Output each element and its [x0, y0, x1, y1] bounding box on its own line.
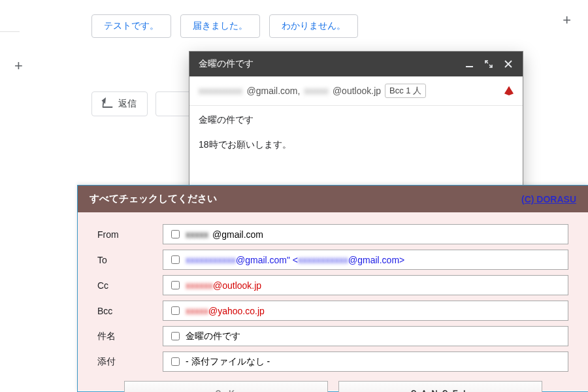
send-check-panel: すべてチェックしてください (C) DORASU From xxxxx@gmai…	[77, 185, 588, 392]
attach-value: - 添付ファイルなし -	[186, 356, 270, 368]
cancel-button[interactable]: ＣＡＮＣＥＬ	[338, 381, 542, 392]
bcc-rest: @yahoo.co.jp	[208, 306, 265, 316]
check-bcc[interactable]	[171, 306, 180, 315]
bcc-count-badge[interactable]: Bcc 1 人	[385, 84, 426, 98]
fullscreen-icon[interactable]	[483, 59, 494, 69]
compose-window: 金曜の件です xxxxxxxxx @gmail.com, xxxxx @outl…	[189, 51, 523, 199]
cc-redacted: xxxxxx	[186, 280, 213, 291]
field-cc[interactable]: xxxxxx@outlook.jp	[163, 275, 568, 295]
minimize-icon[interactable]	[464, 59, 474, 69]
add-label-icon[interactable]: +	[14, 57, 23, 74]
more-actions-button[interactable]	[155, 91, 192, 116]
label-cc: Cc	[97, 280, 163, 291]
to-redacted: xxxxxxxxxxx	[186, 255, 236, 265]
recipient-redacted: xxxxxxxxx	[199, 86, 243, 96]
confidential-off-icon[interactable]	[504, 86, 514, 95]
check-attach[interactable]	[171, 357, 180, 366]
credit-link[interactable]: (C) DORASU	[521, 194, 576, 204]
bcc-redacted: xxxxx	[186, 306, 208, 316]
left-rail: +	[0, 0, 38, 392]
recipient-redacted: xxxxx	[304, 86, 329, 96]
subject-value: 金曜の件です	[186, 331, 240, 342]
smart-reply-chip[interactable]: 届きました。	[180, 14, 260, 38]
compose-recipients[interactable]: xxxxxxxxx @gmail.com, xxxxx @outlook.jp …	[189, 76, 523, 106]
field-from[interactable]: xxxxx@gmail.com	[163, 224, 568, 244]
check-cc[interactable]	[171, 281, 180, 289]
ok-button[interactable]: Ｏ Ｋ	[124, 381, 328, 392]
divider	[0, 31, 20, 32]
field-to[interactable]: xxxxxxxxxxx@gmail.com" <xxxxxxxxxxx@gmai…	[163, 250, 568, 270]
reply-button[interactable]: 返信	[91, 91, 148, 116]
label-from: From	[97, 229, 163, 240]
reply-arrow-icon	[102, 100, 113, 108]
field-subject[interactable]: 金曜の件です	[163, 326, 568, 346]
label-bcc: Bcc	[97, 306, 163, 316]
field-bcc[interactable]: xxxxx@yahoo.co.jp	[163, 301, 568, 321]
side-panel-add-icon[interactable]: +	[563, 12, 571, 29]
reply-label: 返信	[118, 98, 137, 110]
close-icon[interactable]	[503, 59, 514, 69]
from-value: @gmail.com	[212, 229, 263, 240]
to-redacted2: xxxxxxxxxxx	[298, 255, 348, 265]
compose-subject[interactable]: 金曜の件です	[189, 106, 523, 129]
label-to: To	[97, 255, 163, 265]
send-check-title: すべてチェックしてください	[90, 193, 217, 205]
recipient-domain: @gmail.com,	[247, 86, 301, 96]
recipient-domain: @outlook.jp	[333, 86, 381, 96]
to-mid: @gmail.com" <	[236, 255, 298, 265]
check-from[interactable]	[171, 230, 180, 238]
send-check-header: すべてチェックしてください (C) DORASU	[78, 186, 588, 212]
check-to[interactable]	[171, 255, 180, 264]
label-subject: 件名	[97, 331, 163, 342]
cc-rest: @outlook.jp	[213, 280, 261, 291]
smart-reply-chip[interactable]: わかりません。	[269, 14, 358, 38]
field-attach[interactable]: - 添付ファイルなし -	[163, 351, 568, 372]
check-subject[interactable]	[171, 332, 180, 340]
message-actions: 返信	[91, 91, 192, 116]
smart-reply-chip[interactable]: テストです。	[91, 14, 171, 38]
compose-titlebar[interactable]: 金曜の件です	[189, 52, 523, 76]
to-rest: @gmail.com>	[348, 255, 404, 265]
label-attach: 添付	[97, 356, 163, 368]
from-redacted: xxxxx	[186, 229, 208, 240]
send-check-body: From xxxxx@gmail.com To xxxxxxxxxxx@gmai…	[78, 212, 588, 391]
compose-title: 金曜の件です	[199, 58, 253, 70]
smart-reply-chips: テストです。 届きました。 わかりません。	[91, 14, 358, 38]
